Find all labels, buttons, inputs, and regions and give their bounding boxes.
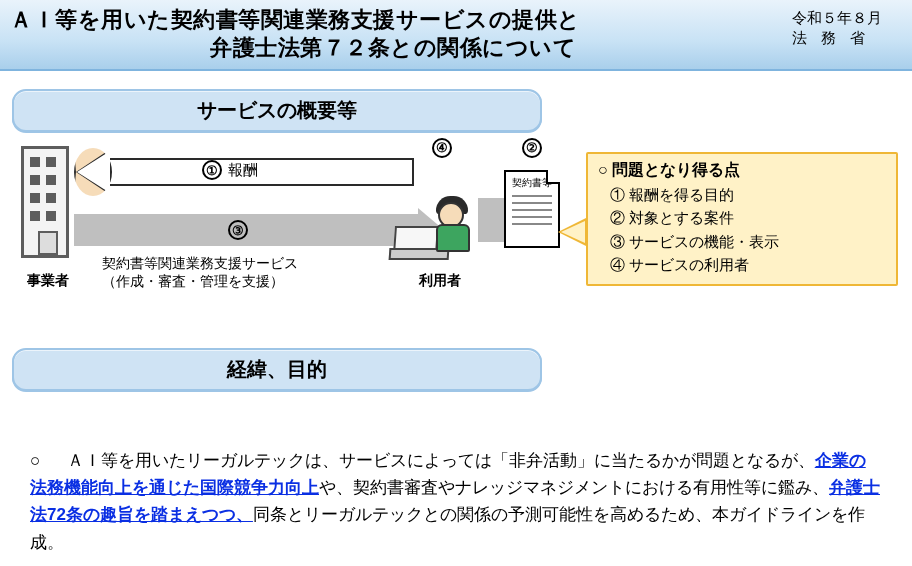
- title-line-1: ＡＩ等を用いた契約書等関連業務支援サービスの提供と: [10, 7, 581, 32]
- issues-panel: ○ 問題となり得る点 ① 報酬を得る目的 ② 対象とする案件 ③ サービスの機能…: [586, 152, 898, 286]
- arrow1-number: ①: [202, 160, 222, 180]
- section-header-overview: サービスの概要等: [12, 89, 542, 132]
- section-overview-label: サービスの概要等: [197, 99, 357, 121]
- arrow3-number: ③: [228, 220, 248, 240]
- section-header-background: 経緯、目的: [12, 348, 542, 391]
- page-title: ＡＩ等を用いた契約書等関連業務支援サービスの提供と 弁護士法第７２条との関係につ…: [10, 6, 784, 61]
- service-line-1: 契約書等関連業務支援サービス: [102, 254, 298, 272]
- title-bar: ＡＩ等を用いた契約書等関連業務支援サービスの提供と 弁護士法第７２条との関係につ…: [0, 0, 912, 71]
- date-label: 令和５年８月: [792, 8, 902, 28]
- agency-label: 法務省: [792, 28, 902, 48]
- issue-item: ① 報酬を得る目的: [610, 183, 886, 206]
- arrow1-label: ① 報酬: [202, 160, 258, 180]
- service-line-2: （作成・審査・管理を支援）: [102, 272, 298, 290]
- body-t2: や、契約書審査やナレッジマネジメントにおける有用性等に鑑み、: [319, 478, 829, 497]
- section-background-label: 経緯、目的: [227, 358, 327, 380]
- issues-list: ① 報酬を得る目的 ② 対象とする案件 ③ サービスの機能・表示 ④ サービスの…: [598, 183, 886, 276]
- issue-item: ④ サービスの利用者: [610, 253, 886, 276]
- callout-tail-icon: [558, 218, 586, 246]
- issue-item: ③ サービスの機能・表示: [610, 230, 886, 253]
- body-paragraph: ○ ＡＩ等を用いたリーガルテックは、サービスによっては「非弁活動」に当たるかが問…: [30, 447, 882, 556]
- arrow3-label: ③: [228, 220, 248, 240]
- provider-label: 事業者: [12, 272, 84, 290]
- building-icon: [16, 146, 74, 266]
- issues-title: ○ 問題となり得る点: [598, 160, 886, 181]
- user-label: 利用者: [410, 272, 470, 290]
- bullet-mark: ○: [30, 447, 62, 474]
- issue-item: ② 対象とする案件: [610, 206, 886, 229]
- arrow1-text: 報酬: [228, 161, 258, 180]
- marker-2: ②: [522, 136, 542, 158]
- marker-4: ④: [432, 136, 452, 158]
- body-t1: ＡＩ等を用いたリーガルテックは、サービスによっては「非弁活動」に当たるかが問題と…: [67, 451, 815, 470]
- contract-document-icon: 契約書等: [504, 170, 560, 248]
- header-meta: 令和５年８月 法務省: [792, 6, 902, 47]
- service-text: 契約書等関連業務支援サービス （作成・審査・管理を支援）: [102, 254, 298, 290]
- title-line-2: 弁護士法第７２条との関係について: [10, 34, 784, 62]
